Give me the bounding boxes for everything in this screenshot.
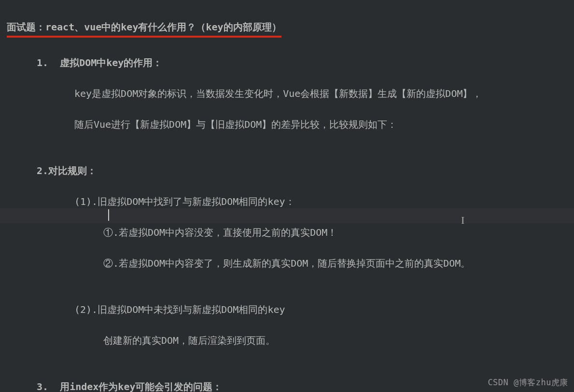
section2-heading: 2.对比规则： [7, 163, 567, 178]
section1-p1: key是虚拟DOM对象的标识，当数据发生变化时，Vue会根据【新数据】生成【新的… [7, 86, 567, 101]
text-caret [108, 209, 109, 221]
section2-c2: (2).旧虚拟DOM中未找到与新虚拟DOM相同的key [7, 302, 567, 317]
section3-heading: 3. 用index作为key可能会引发的问题： [7, 379, 567, 392]
section2-c1b: ②.若虚拟DOM中内容变了，则生成新的真实DOM，随后替换掉页面中之前的真实DO… [7, 256, 567, 271]
title: 面试题：react、vue中的key有什么作用？（key的内部原理） [7, 19, 281, 38]
document-body[interactable]: 面试题：react、vue中的key有什么作用？（key的内部原理） 1. 虚拟… [0, 0, 574, 392]
section1-p2: 随后Vue进行【新虚拟DOM】与【旧虚拟DOM】的差异比较，比较规则如下： [7, 117, 567, 132]
section2-c1: (1).旧虚拟DOM中找到了与新虚拟DOM相同的key： [7, 194, 567, 209]
section1-heading: 1. 虚拟DOM中key的作用： [7, 55, 567, 70]
section2-c2a: 创建新的真实DOM，随后渲染到到页面。 [7, 333, 567, 348]
section2-c1a: ①.若虚拟DOM中内容没变，直接使用之前的真实DOM！ [7, 225, 567, 240]
